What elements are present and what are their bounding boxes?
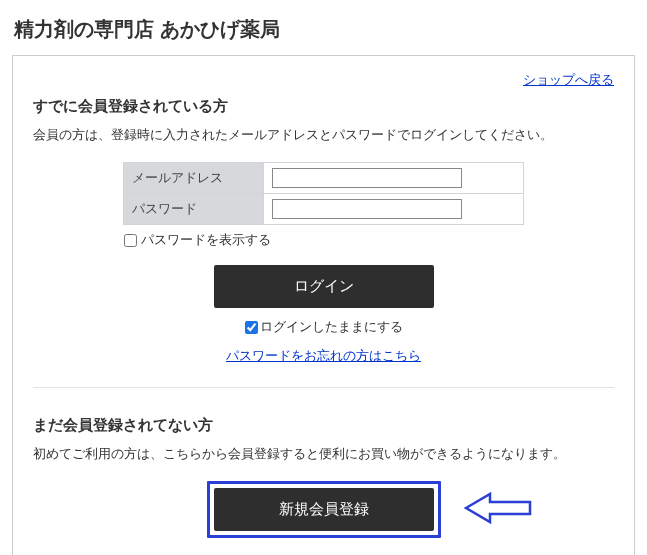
page-title: 精力剤の専門店 あかひげ薬局 — [12, 10, 635, 55]
back-link-row: ショップへ戻る — [33, 70, 614, 97]
show-password-label-wrap[interactable]: パスワードを表示する — [124, 231, 524, 249]
register-description: 初めてご利用の方は、こちらから会員登録すると便利にお買い物ができるようになります… — [33, 445, 614, 463]
login-description: 会員の方は、登録時に入力されたメールアドレスとパスワードでログインしてください。 — [33, 126, 614, 144]
keep-login-checkbox[interactable] — [245, 321, 258, 334]
register-button[interactable]: 新規会員登録 — [214, 488, 434, 531]
login-button-row: ログイン — [33, 265, 614, 308]
email-input-cell — [264, 163, 524, 194]
show-password-checkbox[interactable] — [124, 234, 137, 247]
login-heading: すでに会員登録されている方 — [33, 97, 614, 116]
section-divider — [33, 387, 614, 388]
forgot-password-link[interactable]: パスワードをお忘れの方はこちら — [226, 348, 421, 363]
login-panel: ショップへ戻る すでに会員登録されている方 会員の方は、登録時に入力されたメール… — [12, 55, 635, 555]
show-password-label: パスワードを表示する — [141, 231, 271, 249]
show-password-row: パスワードを表示する — [124, 231, 524, 249]
email-row: メールアドレス — [124, 163, 524, 194]
keep-login-row: ログインしたままにする — [33, 318, 614, 336]
password-label: パスワード — [124, 194, 264, 225]
login-form-table: メールアドレス パスワード — [123, 162, 524, 225]
arrow-left-icon — [464, 491, 534, 529]
back-to-shop-link[interactable]: ショップへ戻る — [523, 72, 614, 87]
email-label: メールアドレス — [124, 163, 264, 194]
register-button-row: 新規会員登録 — [33, 481, 614, 538]
forgot-password-row: パスワードをお忘れの方はこちら — [33, 346, 614, 365]
keep-login-label: ログインしたままにする — [260, 318, 403, 336]
password-row: パスワード — [124, 194, 524, 225]
password-input[interactable] — [272, 199, 462, 219]
login-button[interactable]: ログイン — [214, 265, 434, 308]
password-input-cell — [264, 194, 524, 225]
register-button-highlight: 新規会員登録 — [207, 481, 441, 538]
register-heading: まだ会員登録されてない方 — [33, 416, 614, 435]
email-input[interactable] — [272, 168, 462, 188]
